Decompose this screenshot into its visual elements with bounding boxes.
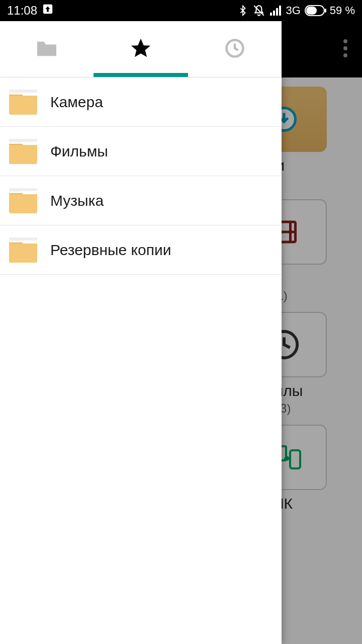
upload-indicator-icon — [42, 4, 53, 18]
svg-rect-8 — [306, 7, 317, 15]
svg-rect-7 — [325, 9, 326, 13]
list-item[interactable]: Фильмы — [0, 127, 282, 176]
list-item[interactable]: Камера — [0, 77, 282, 127]
svg-rect-2 — [270, 13, 272, 16]
folder-icon — [7, 236, 39, 264]
status-time: 11:08 — [7, 4, 37, 18]
svg-rect-4 — [276, 8, 278, 16]
svg-rect-5 — [279, 6, 281, 16]
tab-recent[interactable] — [188, 21, 282, 77]
svg-line-1 — [254, 6, 264, 16]
list-item-label: Камера — [50, 94, 103, 111]
clock-icon — [224, 37, 246, 61]
svg-rect-29 — [9, 237, 37, 240]
status-bar: 11:08 3G 59 % — [0, 0, 362, 21]
bluetooth-icon — [237, 4, 248, 17]
list-item-label: Фильмы — [50, 143, 108, 160]
dnd-icon — [252, 4, 265, 17]
tab-indicator — [94, 73, 188, 77]
svg-rect-27 — [9, 188, 37, 191]
folder-icon — [7, 89, 39, 116]
svg-rect-25 — [9, 139, 37, 142]
battery-percent: 59 % — [330, 4, 355, 17]
network-label: 3G — [286, 4, 300, 17]
folder-icon — [35, 39, 58, 60]
star-icon — [129, 37, 152, 62]
drawer-tabs — [0, 21, 282, 77]
tab-favorites[interactable] — [94, 21, 188, 77]
favorites-list: Камера Фильмы Музыка Резервные копии — [0, 77, 282, 275]
tab-folder[interactable] — [0, 21, 94, 77]
navigation-drawer: Камера Фильмы Музыка Резервные копии — [0, 21, 282, 644]
list-item[interactable]: Музыка — [0, 176, 282, 225]
svg-rect-23 — [9, 90, 37, 93]
folder-icon — [7, 187, 39, 214]
folder-icon — [7, 138, 39, 165]
list-item[interactable]: Резервные копии — [0, 225, 282, 275]
signal-icon — [269, 5, 282, 16]
battery-icon — [305, 5, 327, 16]
list-item-label: Музыка — [50, 192, 104, 209]
list-item-label: Резервные копии — [50, 242, 171, 259]
svg-rect-3 — [273, 11, 275, 16]
